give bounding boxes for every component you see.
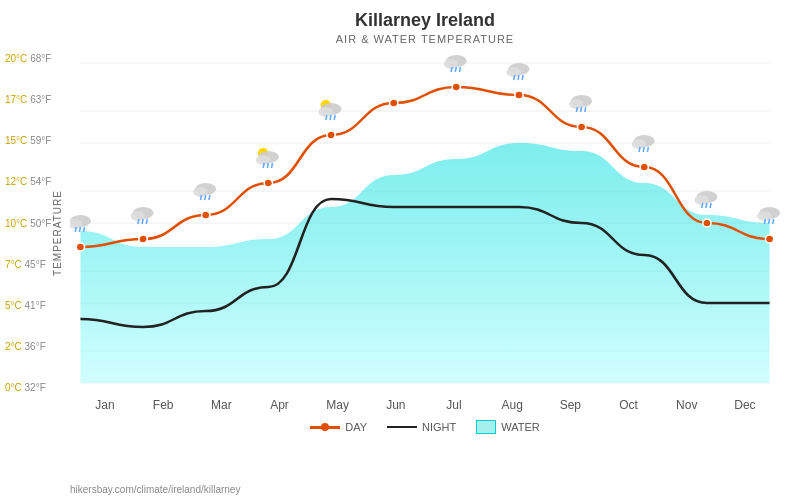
svg-line-71: [706, 203, 707, 208]
y-labels: 20°C 68°F17°C 63°F15°C 59°F12°C 54°F10°C…: [5, 53, 51, 393]
x-label-month: Apr: [255, 398, 305, 412]
svg-point-19: [703, 219, 711, 227]
x-label-month: Sep: [545, 398, 595, 412]
x-label-month: Jun: [371, 398, 421, 412]
y-label-item: 2°C 36°F: [5, 341, 51, 352]
x-label-month: Feb: [138, 398, 188, 412]
svg-point-12: [264, 179, 272, 187]
x-label-month: Dec: [720, 398, 770, 412]
y-label-item: 0°C 32°F: [5, 382, 51, 393]
svg-point-18: [640, 163, 648, 171]
svg-line-34: [205, 195, 206, 200]
svg-line-70: [702, 203, 703, 208]
svg-line-57: [522, 75, 523, 80]
y-label-item: 10°C 50°F: [5, 218, 51, 229]
svg-line-33: [201, 195, 202, 200]
svg-point-10: [139, 235, 147, 243]
svg-line-25: [84, 227, 85, 232]
svg-line-52: [459, 67, 460, 72]
svg-point-14: [390, 99, 398, 107]
y-label-item: 7°C 45°F: [5, 259, 51, 270]
x-axis: JanFebMarAprMayJunJulAugSepOctNovDec: [70, 398, 780, 412]
chart-subtitle: AIR & WATER TEMPERATURE: [70, 33, 780, 45]
chart-title: Killarney Ireland: [70, 10, 780, 31]
svg-line-35: [209, 195, 210, 200]
legend-day-label: DAY: [345, 421, 367, 433]
y-axis-label: TEMPERATURE: [52, 190, 63, 276]
chart-container: Killarney Ireland AIR & WATER TEMPERATUR…: [0, 0, 800, 500]
svg-line-30: [146, 219, 147, 224]
svg-line-40: [267, 163, 268, 168]
x-label-month: May: [313, 398, 363, 412]
y-label-item: 15°C 59°F: [5, 135, 51, 146]
svg-point-15: [452, 83, 460, 91]
chart-area: 20°C 68°F17°C 63°F15°C 59°F12°C 54°F10°C…: [70, 53, 780, 393]
x-label-month: Aug: [487, 398, 537, 412]
x-label-month: Oct: [604, 398, 654, 412]
legend: DAY NIGHT WATER: [70, 420, 780, 434]
legend-day-line: [310, 426, 340, 429]
svg-line-56: [518, 75, 519, 80]
svg-line-67: [647, 147, 648, 152]
svg-line-60: [576, 107, 577, 112]
y-label-item: 12°C 54°F: [5, 176, 51, 187]
svg-point-16: [515, 91, 523, 99]
svg-line-61: [581, 107, 582, 112]
svg-line-45: [326, 115, 327, 120]
y-label-item: 17°C 63°F: [5, 94, 51, 105]
svg-line-50: [451, 67, 452, 72]
svg-line-55: [514, 75, 515, 80]
svg-line-39: [263, 163, 264, 168]
x-label-month: Nov: [662, 398, 712, 412]
svg-line-62: [585, 107, 586, 112]
svg-line-41: [272, 163, 273, 168]
legend-day: DAY: [310, 420, 367, 434]
svg-line-28: [138, 219, 139, 224]
svg-line-47: [334, 115, 335, 120]
svg-point-17: [577, 123, 585, 131]
x-label-month: Jul: [429, 398, 479, 412]
y-label-item: 5°C 41°F: [5, 300, 51, 311]
x-label-month: Mar: [196, 398, 246, 412]
svg-line-24: [79, 227, 80, 232]
svg-line-29: [142, 219, 143, 224]
svg-line-66: [643, 147, 644, 152]
x-label-month: Jan: [80, 398, 130, 412]
svg-point-20: [765, 235, 773, 243]
legend-water: WATER: [476, 420, 540, 434]
watermark: hikersbay.com/climate/ireland/killarney: [70, 484, 240, 495]
svg-line-65: [639, 147, 640, 152]
svg-line-75: [764, 219, 765, 224]
legend-night-line: [387, 426, 417, 428]
svg-line-76: [769, 219, 770, 224]
svg-point-11: [202, 211, 210, 219]
svg-line-77: [773, 219, 774, 224]
svg-line-23: [75, 227, 76, 232]
legend-water-box: [476, 420, 496, 434]
svg-point-13: [327, 131, 335, 139]
svg-line-46: [330, 115, 331, 120]
y-label-item: 20°C 68°F: [5, 53, 51, 64]
svg-point-9: [76, 243, 84, 251]
legend-water-label: WATER: [501, 421, 540, 433]
svg-line-72: [710, 203, 711, 208]
svg-line-51: [455, 67, 456, 72]
legend-night-label: NIGHT: [422, 421, 456, 433]
legend-night: NIGHT: [387, 420, 456, 434]
